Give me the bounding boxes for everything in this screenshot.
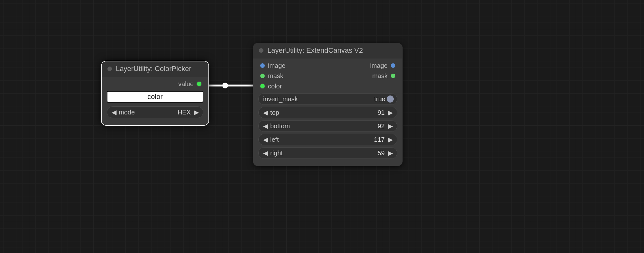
input-port-icon[interactable]: [260, 74, 265, 78]
output-label: value: [178, 80, 194, 88]
widget-value: HEX: [135, 109, 193, 116]
input-port-icon[interactable]: [260, 63, 265, 68]
node-editor-canvas[interactable]: LayerUtility: ColorPicker value color ◀ …: [0, 0, 644, 253]
output-slot-image[interactable]: image: [370, 62, 395, 69]
arrow-right-icon[interactable]: ▶: [193, 108, 200, 116]
widget-label: top: [269, 109, 279, 116]
node-extendcanvas[interactable]: LayerUtility: ExtendCanvas V2 image imag…: [253, 43, 403, 166]
widget-label: mode: [117, 109, 135, 116]
top-stepper[interactable]: ◀ top 91 ▶: [258, 107, 397, 118]
color-swatch[interactable]: color: [107, 91, 203, 103]
node-colorpicker[interactable]: LayerUtility: ColorPicker value color ◀ …: [101, 61, 209, 126]
left-stepper[interactable]: ◀ left 117 ▶: [258, 134, 397, 145]
widget-label: bottom: [269, 122, 290, 130]
output-slot-value[interactable]: value: [102, 79, 208, 89]
input-label: image: [268, 62, 285, 69]
color-swatch-label: color: [147, 93, 163, 101]
input-port-icon[interactable]: [260, 84, 265, 88]
arrow-left-icon[interactable]: ◀: [262, 109, 269, 116]
slot-row-image: image image: [253, 60, 402, 71]
node-title-text: LayerUtility: ExtendCanvas V2: [267, 46, 363, 55]
output-label: image: [370, 62, 388, 69]
widget-value[interactable]: 59: [283, 149, 387, 157]
widget-label: invert_mask: [262, 95, 298, 103]
arrow-right-icon[interactable]: ▶: [387, 136, 394, 143]
output-port-icon[interactable]: [391, 63, 395, 68]
mode-selector[interactable]: ◀ mode HEX ▶: [107, 106, 203, 118]
widget-label: left: [269, 136, 279, 143]
arrow-left-icon[interactable]: ◀: [262, 149, 269, 157]
input-slot-image[interactable]: image: [260, 62, 285, 69]
arrow-right-icon[interactable]: ▶: [387, 109, 394, 116]
output-slot-mask[interactable]: mask: [372, 72, 395, 80]
node-title-bar[interactable]: LayerUtility: ExtendCanvas V2: [253, 43, 402, 59]
right-stepper[interactable]: ◀ right 59 ▶: [258, 147, 397, 159]
arrow-right-icon[interactable]: ▶: [387, 122, 394, 130]
slot-row-color: color: [253, 81, 402, 91]
collapse-dot-icon[interactable]: [259, 48, 263, 53]
input-label: mask: [268, 72, 283, 80]
output-port-icon[interactable]: [197, 82, 201, 86]
output-port-icon[interactable]: [391, 74, 395, 78]
widget-value: true: [298, 95, 387, 103]
widget-label: right: [269, 149, 283, 157]
arrow-right-icon[interactable]: ▶: [387, 149, 394, 157]
arrow-left-icon[interactable]: ◀: [262, 122, 269, 130]
output-label: mask: [372, 72, 388, 80]
bottom-stepper[interactable]: ◀ bottom 92 ▶: [258, 120, 397, 132]
input-slot-color[interactable]: color: [260, 83, 282, 90]
node-title-text: LayerUtility: ColorPicker: [116, 65, 191, 73]
arrow-left-icon[interactable]: ◀: [110, 108, 117, 116]
arrow-left-icon[interactable]: ◀: [262, 136, 269, 143]
toggle-knob-icon[interactable]: [387, 95, 394, 103]
invert-mask-toggle[interactable]: invert_mask true: [258, 93, 397, 105]
collapse-dot-icon[interactable]: [107, 67, 112, 71]
widget-value[interactable]: 92: [290, 122, 387, 130]
widget-value[interactable]: 117: [279, 136, 387, 143]
svg-point-0: [222, 83, 228, 88]
node-body: value color ◀ mode HEX ▶: [102, 77, 208, 125]
node-body: image image mask mask: [253, 59, 402, 166]
input-label: color: [268, 83, 282, 90]
node-title-bar[interactable]: LayerUtility: ColorPicker: [102, 61, 208, 77]
slot-row-mask: mask mask: [253, 71, 402, 81]
input-slot-mask[interactable]: mask: [260, 72, 283, 80]
widget-value[interactable]: 91: [279, 109, 387, 116]
